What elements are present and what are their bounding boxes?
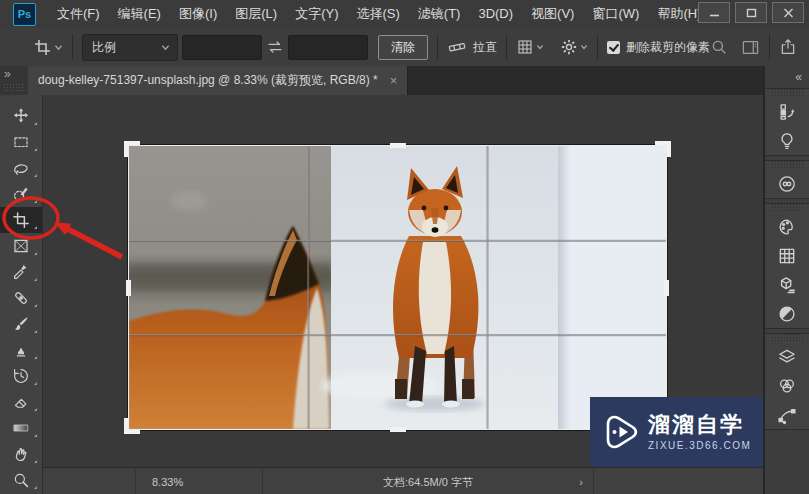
- separator: [437, 34, 438, 60]
- swap-arrows-icon[interactable]: [266, 38, 284, 56]
- share-icon[interactable]: [779, 38, 797, 56]
- move-tool[interactable]: [0, 103, 42, 129]
- delete-cropped-pixels-label[interactable]: 删除裁剪的像素: [626, 39, 710, 56]
- separator: [597, 34, 598, 60]
- watermark-badge: 溜溜自学 ZIXUE.3D66.COM: [590, 397, 763, 467]
- crop-handle-bottom-left[interactable]: [124, 418, 140, 434]
- crop-ratio-value: 比例: [83, 39, 161, 56]
- panel-grip[interactable]: [771, 89, 803, 97]
- tab-bar: » doug-kelley-751397-unsplash.jpg @ 8.33…: [0, 66, 763, 95]
- dock-panel-group: [765, 203, 809, 329]
- maximize-icon: [746, 8, 757, 18]
- crop-tool-preset-icon[interactable]: [33, 38, 52, 57]
- learn-icon[interactable]: [765, 126, 809, 155]
- quick-selection-tool[interactable]: [0, 181, 42, 207]
- menu-item-10[interactable]: 窗口(W): [583, 0, 648, 28]
- channels-icon[interactable]: [765, 371, 809, 400]
- smudge-tool[interactable]: [0, 441, 42, 467]
- watermark-text: 溜溜自学 ZIXUE.3D66.COM: [648, 413, 751, 451]
- minimize-icon: [709, 8, 720, 18]
- crop-handle-left[interactable]: [126, 280, 131, 296]
- swatches-icon[interactable]: [765, 241, 809, 270]
- crop-handle-top-right[interactable]: [655, 141, 671, 157]
- tool-options-bar: 比例 清除 拉直 删除裁剪的像素: [0, 28, 809, 67]
- menu-item-2[interactable]: 编辑(E): [109, 0, 170, 28]
- tab-close-icon[interactable]: ×: [390, 73, 398, 88]
- search-icon[interactable]: [710, 38, 728, 56]
- crop-handle-bottom[interactable]: [390, 427, 406, 432]
- separator: [72, 34, 73, 60]
- toolbar-grip[interactable]: [3, 83, 23, 91]
- menu-bar: 文件(F)编辑(E)图像(I)图层(L)文字(Y)选择(S)滤镜(T)3D(D)…: [48, 0, 710, 28]
- document-tab[interactable]: doug-kelley-751397-unsplash.jpg @ 8.33% …: [28, 66, 408, 95]
- status-chevron-icon[interactable]: ›: [579, 469, 583, 494]
- minimize-button[interactable]: [698, 2, 730, 23]
- properties-icon[interactable]: [765, 270, 809, 299]
- gear-icon[interactable]: [560, 38, 578, 56]
- status-bar: 8.33% 文档:64.5M/0 字节 ›: [43, 467, 763, 494]
- close-button[interactable]: [772, 2, 804, 23]
- dock-collapse-chevrons[interactable]: «: [795, 70, 802, 84]
- window-controls: [698, 2, 804, 23]
- clone-stamp-tool[interactable]: [0, 337, 42, 363]
- crop-width-input[interactable]: [182, 35, 262, 60]
- maximize-button[interactable]: [735, 2, 767, 23]
- crop-ratio-select[interactable]: 比例: [82, 34, 178, 61]
- menu-item-7[interactable]: 滤镜(T): [409, 0, 470, 28]
- menu-item-9[interactable]: 视图(V): [522, 0, 583, 28]
- crop-handle-top-left[interactable]: [124, 141, 140, 157]
- panel-grip[interactable]: [771, 204, 803, 212]
- overlay-chevron-down-icon: [536, 44, 544, 50]
- layers-icon[interactable]: [765, 342, 809, 371]
- document-info-text: 文档:64.5M/0 字节: [383, 476, 473, 488]
- history-brush-tool[interactable]: [0, 363, 42, 389]
- marquee-tool[interactable]: [0, 129, 42, 155]
- panel-grip[interactable]: [771, 161, 803, 169]
- preset-chevron-down-icon[interactable]: [54, 44, 63, 51]
- separator: [769, 34, 770, 60]
- menu-item-4[interactable]: 图层(L): [226, 0, 286, 28]
- eyedropper-tool[interactable]: [0, 259, 42, 285]
- workspace-icon[interactable]: [741, 38, 760, 57]
- libraries-icon[interactable]: [765, 169, 809, 198]
- crop-tool[interactable]: [0, 207, 42, 233]
- brush-tool[interactable]: [0, 311, 42, 337]
- straighten-level-icon[interactable]: [447, 37, 467, 57]
- fox-photo-canvas: [129, 146, 666, 429]
- menu-item-1[interactable]: 文件(F): [48, 0, 109, 28]
- dock-panel-group: [765, 88, 809, 156]
- crop-handle-top[interactable]: [390, 143, 406, 148]
- eraser-tool[interactable]: [0, 389, 42, 415]
- menu-item-8[interactable]: 3D(D): [469, 0, 522, 28]
- grid-overlay-icon[interactable]: [516, 38, 534, 56]
- frame-tool[interactable]: [0, 233, 42, 259]
- crop-marquee[interactable]: [128, 145, 667, 430]
- lasso-tool[interactable]: [0, 155, 42, 181]
- straighten-label[interactable]: 拉直: [473, 39, 497, 56]
- menu-item-5[interactable]: 文字(Y): [286, 0, 347, 28]
- zoom-tool[interactable]: [0, 467, 42, 493]
- menu-item-3[interactable]: 图像(I): [170, 0, 226, 28]
- spot-healing-tool[interactable]: [0, 285, 42, 311]
- menu-item-6[interactable]: 选择(S): [347, 0, 408, 28]
- toolbar-expand-chevrons[interactable]: »: [4, 67, 11, 81]
- gradient-tool[interactable]: [0, 415, 42, 441]
- clear-button[interactable]: 清除: [378, 35, 428, 60]
- toolbar-header: »: [0, 66, 28, 95]
- panel-grip[interactable]: [771, 334, 803, 342]
- paths-icon[interactable]: [765, 400, 809, 429]
- watermark-brand: 溜溜自学: [648, 413, 751, 437]
- photoshop-logo: Ps: [13, 3, 36, 26]
- zoom-level-field[interactable]: 8.33%: [135, 469, 263, 494]
- document-info-field[interactable]: 文档:64.5M/0 字节 ›: [263, 469, 594, 494]
- adjustments-icon[interactable]: [765, 299, 809, 328]
- delete-cropped-pixels-checkbox[interactable]: [607, 41, 620, 54]
- crop-height-input[interactable]: [288, 35, 368, 60]
- watermark-site: ZIXUE.3D66.COM: [648, 440, 751, 451]
- color-icon[interactable]: [765, 212, 809, 241]
- history-icon[interactable]: [765, 97, 809, 126]
- crop-handle-right[interactable]: [664, 280, 669, 296]
- dock-panel-group: [765, 160, 809, 199]
- dock-header: «: [765, 66, 809, 88]
- panel-dock: «: [763, 66, 809, 494]
